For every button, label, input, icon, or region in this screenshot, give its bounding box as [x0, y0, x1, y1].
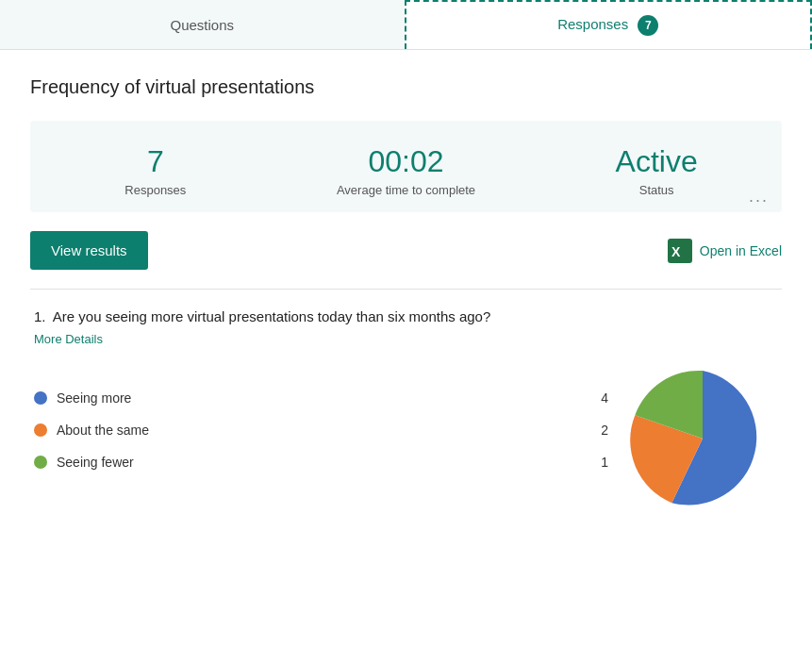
action-bar: View results X Open in Excel — [30, 231, 782, 270]
pie-chart-svg — [627, 363, 778, 514]
legend-count-seeing-fewer: 1 — [589, 455, 608, 470]
main-content: Frequency of virtual presentations 7 Res… — [0, 50, 812, 533]
results-layout: Seeing more 4 About the same 2 Seeing fe… — [34, 363, 778, 514]
list-item: Seeing more 4 — [34, 390, 608, 406]
question-section: 1. Are you seeing more virtual presentat… — [30, 307, 782, 514]
svg-text:X: X — [671, 244, 681, 259]
legend-count-about-same: 2 — [589, 423, 608, 438]
pie-chart — [627, 363, 778, 514]
response-count-badge: 7 — [638, 15, 658, 36]
legend-dot-seeing-more — [34, 391, 47, 405]
legend-label-seeing-more: Seeing more — [57, 390, 580, 406]
legend-label-about-same: About the same — [57, 423, 580, 438]
legend-list: Seeing more 4 About the same 2 Seeing fe… — [34, 390, 608, 487]
more-details-link[interactable]: More Details — [34, 332, 778, 346]
stat-avg-time: 00:02 Average time to complete — [281, 143, 532, 197]
question-title: 1. Are you seeing more virtual presentat… — [34, 307, 778, 326]
section-divider — [30, 289, 782, 290]
avg-time-value: 00:02 — [281, 143, 532, 179]
legend-dot-about-same — [34, 423, 47, 437]
page-title: Frequency of virtual presentations — [30, 76, 782, 98]
list-item: Seeing fewer 1 — [34, 455, 608, 470]
question-number: 1. — [34, 308, 46, 324]
tab-responses[interactable]: Responses 7 — [405, 0, 813, 49]
avg-time-label: Average time to complete — [281, 183, 532, 197]
stat-responses: 7 Responses — [30, 143, 281, 197]
view-results-button[interactable]: View results — [30, 231, 148, 270]
legend-label-seeing-fewer: Seeing fewer — [57, 455, 580, 470]
open-in-excel-link[interactable]: X Open in Excel — [668, 239, 782, 263]
status-value: Active — [531, 143, 782, 179]
legend-dot-seeing-fewer — [34, 456, 47, 469]
list-item: About the same 2 — [34, 423, 608, 438]
legend-count-seeing-more: 4 — [589, 390, 608, 406]
tab-bar: Questions Responses 7 — [0, 0, 812, 50]
excel-icon: X — [668, 239, 692, 263]
stats-more-button[interactable]: ... — [749, 187, 769, 207]
tab-questions[interactable]: Questions — [0, 0, 405, 49]
open-excel-label: Open in Excel — [700, 243, 782, 258]
stat-status: Active Status — [531, 143, 782, 197]
question-text: Are you seeing more virtual presentation… — [53, 308, 490, 324]
responses-value: 7 — [30, 143, 281, 179]
stats-row: 7 Responses 00:02 Average time to comple… — [30, 121, 782, 212]
status-label: Status — [531, 183, 782, 197]
responses-label: Responses — [30, 183, 281, 197]
